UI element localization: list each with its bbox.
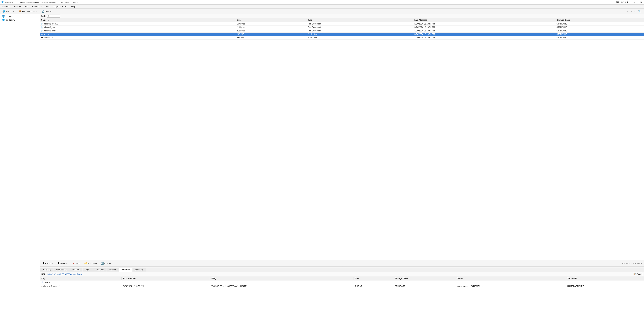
col-header-type[interactable]: Type	[306, 18, 413, 22]
versions-col-owner[interactable]: Owner	[455, 277, 566, 281]
tab-properties[interactable]: Properties	[92, 268, 106, 272]
menu-accounts[interactable]: Accounts	[1, 5, 12, 8]
star-icon[interactable]: ☆	[627, 10, 629, 13]
add-external-bucket-button[interactable]: 📦 Add external bucket	[17, 9, 40, 13]
file-storage-cell: STANDARD	[555, 32, 644, 36]
chat-icon[interactable]: 💬	[621, 1, 624, 4]
versions-col-etag[interactable]: ETag	[210, 277, 353, 281]
tab-tasks[interactable]: Tasks (1)	[40, 268, 54, 272]
file-pane: Name ▲ Size Type Last Modified	[40, 18, 644, 260]
refresh-button[interactable]: 🔄 Refresh	[99, 261, 113, 265]
minimize-button[interactable]: ─	[633, 1, 636, 4]
filter-icon[interactable]: 🔍	[638, 10, 641, 13]
file-icon: 📄	[41, 26, 44, 28]
version-key-cell: ⚙hfs.exe	[40, 281, 122, 285]
version-revision-cell: revision #: 1 (current)	[40, 285, 122, 288]
tab-preview[interactable]: Preview	[106, 268, 118, 272]
path-label: Path:	[41, 15, 46, 17]
tabs-bar: Tasks (1) Permissions Headers Tags Prope…	[40, 267, 644, 272]
sidebar-item-sg-dummy[interactable]: 🪣 sg-dummy	[0, 18, 40, 22]
menu-file[interactable]: File	[23, 5, 30, 8]
upload-dropdown-arrow[interactable]: ▼	[52, 262, 54, 264]
play-icon[interactable]: ▶	[627, 1, 628, 4]
edit-icon[interactable]: ✏	[630, 10, 633, 13]
path-bar: Path:	[40, 14, 644, 18]
file-icon: 📄	[41, 30, 44, 32]
delete-button[interactable]: ✕ Delete	[70, 261, 82, 265]
url-value: http://192.168.0.80:8080/bucket/hfs.exe	[48, 273, 82, 276]
toolbar: 🪣 New bucket 📦 Add external bucket 🔄 Ref…	[0, 8, 644, 14]
info-icon[interactable]: ℹ	[625, 1, 626, 4]
new-folder-button[interactable]: 📁 New Folder	[82, 261, 99, 265]
tab-headers[interactable]: Headers	[70, 268, 82, 272]
maximize-button[interactable]: □	[636, 1, 639, 4]
tab-versions[interactable]: Versions	[119, 268, 132, 272]
url-bar: URL: http://192.168.0.80:8080/bucket/hfs…	[40, 272, 644, 277]
tab-permissions[interactable]: Permissions	[54, 268, 70, 272]
versions-col-modified[interactable]: Last Modified	[122, 277, 210, 281]
tab-tags[interactable]: Tags	[83, 268, 92, 272]
tab-eventlog[interactable]: Event log	[132, 268, 146, 272]
file-table: Name ▲ Size Type Last Modified	[40, 18, 644, 39]
file-size-cell: 157 bytes	[235, 22, 306, 26]
file-icon: ⚙	[41, 33, 43, 35]
file-storage-cell: STANDARD	[555, 26, 644, 29]
versions-col-key[interactable]: Key	[40, 277, 122, 281]
menu-bookmarks[interactable]: Bookmarks	[30, 5, 43, 8]
versions-col-size[interactable]: Size	[354, 277, 393, 281]
upload-icon: ⬆	[42, 262, 44, 265]
upload-button[interactable]: ⬆ Upload ▼	[41, 261, 55, 265]
file-table-row[interactable]: 📄cluster1_dem... 157 bytes Text Document…	[40, 22, 644, 26]
app-icon: 🪣	[1, 1, 4, 3]
col-header-storage[interactable]: Storage Class	[555, 18, 644, 22]
sidebar-sg-dummy-label: sg-dummy	[6, 19, 15, 21]
file-modified-cell: 3/24/2024 12:13:53 AM	[413, 36, 555, 39]
file-name-cell: ⚙s3browser-11...	[40, 36, 235, 39]
col-header-name[interactable]: Name ▲	[40, 18, 235, 22]
add-external-icon: 📦	[18, 10, 21, 12]
menu-help[interactable]: Help	[70, 5, 77, 8]
bucket-folder-icon: 🪣	[2, 15, 5, 18]
copy-url-button[interactable]: 📋 Copy	[633, 273, 642, 276]
sidebar-item-bucket[interactable]: 🪣 bucket	[0, 14, 40, 18]
top-icons-area: ☆ ✏ ⇄ 🔍	[627, 10, 641, 13]
path-input[interactable]	[47, 14, 60, 17]
versions-col-versionid[interactable]: Version Id	[566, 277, 644, 281]
window-title: S3 Browser 11.6.7 - Free Version (for no…	[5, 1, 78, 3]
file-name-cell: 📄cluster1_dem...	[40, 22, 235, 26]
new-bucket-icon: 🪣	[2, 10, 5, 12]
versions-content: Key Last Modified ETag Size Storage Clas…	[40, 277, 644, 320]
file-size-cell: 9.58 MB	[235, 36, 306, 39]
menu-buckets[interactable]: Buckets	[12, 5, 23, 8]
sidebar: 🪣 bucket 🪣 sg-dummy	[0, 14, 40, 320]
new-bucket-button[interactable]: 🪣 New bucket	[1, 9, 16, 13]
file-modified-cell: 3/24/2024 12:13:53 AM	[413, 26, 555, 29]
versions-table: Key Last Modified ETag Size Storage Clas…	[40, 277, 644, 288]
version-owner-cell: tenant_demo (27041610751...	[455, 285, 566, 288]
menu-tools[interactable]: Tools	[44, 5, 52, 8]
col-header-size[interactable]: Size	[235, 18, 306, 22]
file-table-header: Name ▲ Size Type Last Modified	[40, 18, 644, 22]
sync-icon[interactable]: ⇄	[634, 10, 636, 13]
window-controls: ─ □ ✕	[633, 1, 643, 4]
file-table-row[interactable]: 📄cluster1_svm... 211 bytes Text Document…	[40, 29, 644, 32]
keyboard-icon[interactable]: ⌨	[616, 1, 620, 4]
versions-col-storage[interactable]: Storage Class	[393, 277, 455, 281]
file-table-row[interactable]: 📄cluster1_svm... 211 bytes Text Document…	[40, 26, 644, 29]
menu-upgrade[interactable]: Upgrade to Pro!	[52, 5, 69, 8]
versions-table-header: Key Last Modified ETag Size Storage Clas…	[40, 277, 644, 281]
new-folder-icon: 📁	[84, 262, 87, 265]
toolbar-refresh-icon: 🔄	[42, 10, 44, 12]
file-modified-cell: 3/24/2024 12:13:53 AM	[413, 32, 555, 36]
version-id-cell: NjU5RDhCNDItRT...	[566, 285, 644, 288]
versions-table-row[interactable]: ⚙hfs.exe	[40, 281, 644, 285]
col-header-modified[interactable]: Last Modified	[413, 18, 555, 22]
toolbar-refresh-button[interactable]: 🔄 Refresh	[40, 9, 53, 13]
versions-table-row[interactable]: revision #: 1 (current) 3/24/2024 12:13:…	[40, 285, 644, 288]
file-table-row[interactable]: ⚙s3browser-11... 9.58 MB Application 3/2…	[40, 36, 644, 39]
close-button[interactable]: ✕	[639, 1, 643, 4]
file-table-row[interactable]: ⚙hfs.exe 2.07 MB Application 3/24/2024 1…	[40, 32, 644, 36]
file-type-cell: Application	[306, 32, 413, 36]
download-button[interactable]: ⬇ Download	[56, 261, 70, 265]
refresh-icon: 🔄	[101, 262, 104, 265]
